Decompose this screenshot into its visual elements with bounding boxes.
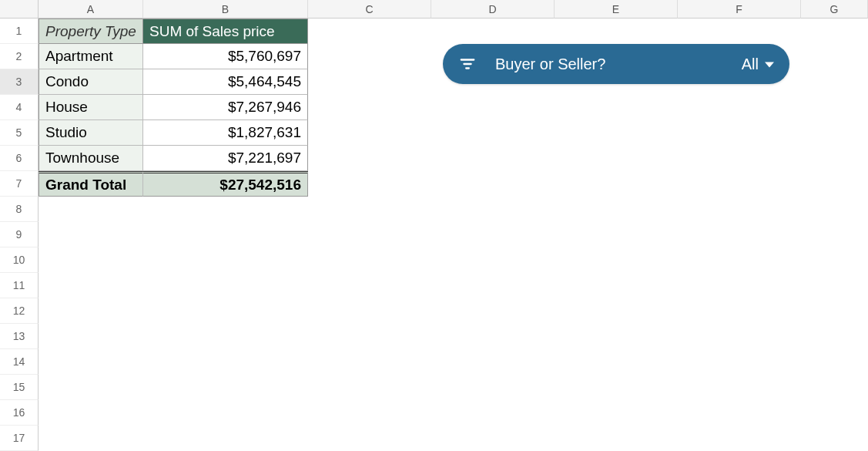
cell-g13[interactable] — [801, 324, 868, 349]
cell-f10[interactable] — [678, 247, 801, 273]
cell-c13[interactable] — [308, 324, 431, 349]
cell-g16[interactable] — [801, 400, 868, 426]
cell-e17[interactable] — [555, 426, 678, 451]
cell-g8[interactable] — [801, 197, 868, 222]
cell-e8[interactable] — [555, 197, 678, 222]
cell-c1[interactable] — [308, 19, 431, 44]
select-all-corner[interactable] — [0, 0, 39, 19]
cell-b11[interactable] — [143, 273, 308, 298]
row-header-5[interactable]: 5 — [0, 120, 39, 146]
cell-e15[interactable] — [555, 375, 678, 400]
cell-d8[interactable] — [431, 197, 555, 222]
cell-a8[interactable] — [39, 197, 143, 222]
cell-g17[interactable] — [801, 426, 868, 451]
cell-e1[interactable] — [555, 19, 678, 44]
cell-a3[interactable]: Condo — [39, 69, 143, 95]
row-header-6[interactable]: 6 — [0, 146, 39, 171]
cell-f6[interactable] — [678, 146, 801, 171]
cell-f11[interactable] — [678, 273, 801, 298]
column-header-e[interactable]: E — [555, 0, 678, 19]
cell-d10[interactable] — [431, 247, 555, 273]
cell-a17[interactable] — [39, 426, 143, 451]
cell-g14[interactable] — [801, 349, 868, 375]
cell-c11[interactable] — [308, 273, 431, 298]
cell-b12[interactable] — [143, 298, 308, 324]
cell-g11[interactable] — [801, 273, 868, 298]
cell-d13[interactable] — [431, 324, 555, 349]
cell-e12[interactable] — [555, 298, 678, 324]
cell-b13[interactable] — [143, 324, 308, 349]
cell-b10[interactable] — [143, 247, 308, 273]
row-header-16[interactable]: 16 — [0, 400, 39, 426]
cell-c2[interactable] — [308, 44, 431, 69]
cell-f15[interactable] — [678, 375, 801, 400]
cell-f7[interactable] — [678, 171, 801, 197]
cell-b14[interactable] — [143, 349, 308, 375]
row-header-11[interactable]: 11 — [0, 273, 39, 298]
cell-g7[interactable] — [801, 171, 868, 197]
cell-g6[interactable] — [801, 146, 868, 171]
cell-a13[interactable] — [39, 324, 143, 349]
cell-b2[interactable]: $5,760,697 — [143, 44, 308, 69]
cell-f4[interactable] — [678, 95, 801, 120]
row-header-8[interactable]: 8 — [0, 197, 39, 222]
column-header-g[interactable]: G — [801, 0, 868, 19]
cell-c10[interactable] — [308, 247, 431, 273]
row-header-9[interactable]: 9 — [0, 222, 39, 247]
cell-g15[interactable] — [801, 375, 868, 400]
row-header-12[interactable]: 12 — [0, 298, 39, 324]
cell-b1[interactable]: SUM of Sales price — [143, 19, 308, 44]
cell-g1[interactable] — [801, 19, 868, 44]
cell-c5[interactable] — [308, 120, 431, 146]
cell-a16[interactable] — [39, 400, 143, 426]
cell-b17[interactable] — [143, 426, 308, 451]
slicer-control[interactable]: Buyer or Seller? All — [443, 44, 789, 84]
cell-c14[interactable] — [308, 349, 431, 375]
cell-d12[interactable] — [431, 298, 555, 324]
cell-g12[interactable] — [801, 298, 868, 324]
cell-a5[interactable]: Studio — [39, 120, 143, 146]
cell-b3[interactable]: $5,464,545 — [143, 69, 308, 95]
cell-e16[interactable] — [555, 400, 678, 426]
cell-d16[interactable] — [431, 400, 555, 426]
cell-a15[interactable] — [39, 375, 143, 400]
cell-b4[interactable]: $7,267,946 — [143, 95, 308, 120]
cell-d7[interactable] — [431, 171, 555, 197]
cell-c9[interactable] — [308, 222, 431, 247]
cell-c6[interactable] — [308, 146, 431, 171]
cell-e4[interactable] — [555, 95, 678, 120]
cell-e9[interactable] — [555, 222, 678, 247]
cell-c8[interactable] — [308, 197, 431, 222]
column-header-d[interactable]: D — [431, 0, 555, 19]
cell-g10[interactable] — [801, 247, 868, 273]
cell-a2[interactable]: Apartment — [39, 44, 143, 69]
cell-b16[interactable] — [143, 400, 308, 426]
column-header-a[interactable]: A — [39, 0, 143, 19]
cell-g9[interactable] — [801, 222, 868, 247]
cell-c7[interactable] — [308, 171, 431, 197]
row-header-13[interactable]: 13 — [0, 324, 39, 349]
cell-e7[interactable] — [555, 171, 678, 197]
cell-e14[interactable] — [555, 349, 678, 375]
cell-g5[interactable] — [801, 120, 868, 146]
cell-e5[interactable] — [555, 120, 678, 146]
cell-c17[interactable] — [308, 426, 431, 451]
cell-e10[interactable] — [555, 247, 678, 273]
cell-f9[interactable] — [678, 222, 801, 247]
cell-b9[interactable] — [143, 222, 308, 247]
cell-d6[interactable] — [431, 146, 555, 171]
cell-f1[interactable] — [678, 19, 801, 44]
cell-d9[interactable] — [431, 222, 555, 247]
column-header-c[interactable]: C — [308, 0, 431, 19]
cell-b8[interactable] — [143, 197, 308, 222]
cell-e6[interactable] — [555, 146, 678, 171]
cell-a10[interactable] — [39, 247, 143, 273]
cell-d17[interactable] — [431, 426, 555, 451]
cell-c15[interactable] — [308, 375, 431, 400]
cell-d1[interactable] — [431, 19, 555, 44]
cell-c3[interactable] — [308, 69, 431, 95]
row-header-14[interactable]: 14 — [0, 349, 39, 375]
cell-c16[interactable] — [308, 400, 431, 426]
column-header-b[interactable]: B — [143, 0, 308, 19]
cell-a11[interactable] — [39, 273, 143, 298]
